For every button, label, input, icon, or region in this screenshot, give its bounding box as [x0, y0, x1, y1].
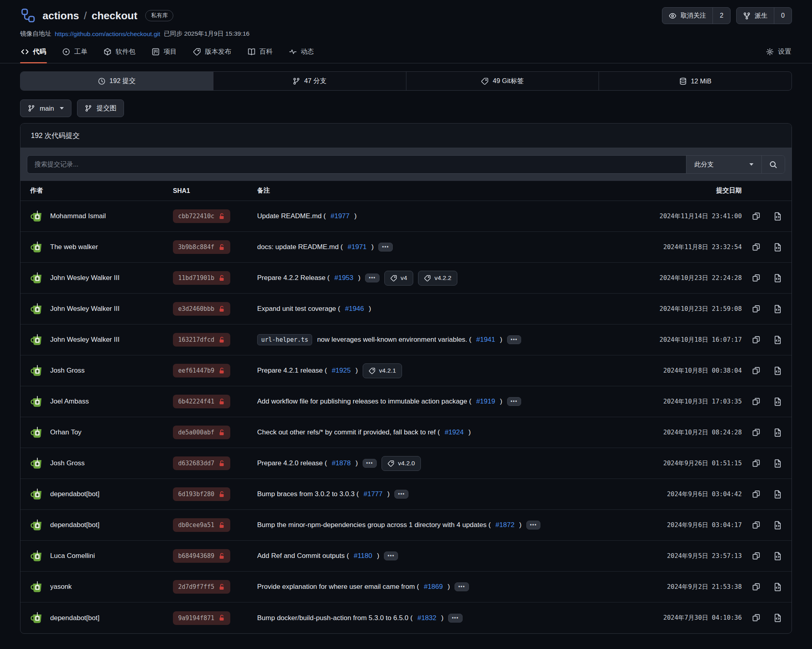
- avatar[interactable]: [30, 303, 44, 315]
- commit-issue-link[interactable]: #1953: [335, 274, 353, 282]
- commit-message-link[interactable]: Add Ref and Commit outputs (: [257, 552, 349, 560]
- commit-message-link[interactable]: Update README.md (: [257, 212, 326, 220]
- avatar[interactable]: [30, 581, 44, 593]
- stat-tags[interactable]: 49 Git标签: [406, 72, 599, 90]
- commit-graph-button[interactable]: 提交图: [77, 99, 124, 117]
- commit-issue-link[interactable]: #1971: [348, 243, 367, 251]
- expand-commit-button[interactable]: •••: [394, 490, 408, 499]
- commit-issue-link[interactable]: #1878: [332, 459, 351, 467]
- commit-message-link[interactable]: Provide explanation for where user email…: [257, 583, 419, 591]
- commit-message-link[interactable]: Bump braces from 3.0.2 to 3.0.3 (: [257, 490, 359, 498]
- commit-sha-badge[interactable]: 6b42224f41: [173, 395, 230, 408]
- copy-sha-button[interactable]: [752, 367, 761, 375]
- commit-author-link[interactable]: John Wesley Walker III: [50, 274, 120, 282]
- commit-sha-badge[interactable]: b684943689: [173, 549, 230, 563]
- browse-files-at-commit-button[interactable]: [773, 490, 782, 499]
- tab-issues[interactable]: 工单: [61, 42, 88, 63]
- commit-issue-link[interactable]: #1180: [354, 552, 372, 560]
- avatar[interactable]: [30, 457, 44, 470]
- commit-tag-button[interactable]: v4.2.0: [382, 456, 421, 471]
- repo-owner-link[interactable]: actions: [43, 10, 79, 22]
- watch-count[interactable]: 2: [713, 8, 730, 24]
- tab-packages[interactable]: 软件包: [103, 42, 136, 63]
- commit-author-link[interactable]: Mohammad Ismail: [50, 212, 106, 220]
- stat-size[interactable]: 12 MiB: [599, 72, 792, 90]
- commit-author-link[interactable]: Josh Gross: [50, 459, 85, 467]
- commit-author-link[interactable]: Joel Ambass: [50, 398, 89, 406]
- copy-sha-button[interactable]: [752, 274, 761, 282]
- copy-sha-button[interactable]: [752, 398, 761, 406]
- commit-author-link[interactable]: The web walker: [50, 243, 98, 251]
- commit-author-link[interactable]: dependabot[bot]: [50, 521, 99, 529]
- expand-commit-button[interactable]: •••: [448, 614, 462, 623]
- browse-files-at-commit-button[interactable]: [773, 336, 782, 344]
- commit-message-link[interactable]: now leverages well-known environment var…: [317, 336, 471, 344]
- commit-sha-badge[interactable]: de5a000abf: [173, 426, 230, 439]
- avatar[interactable]: [30, 519, 44, 531]
- commit-tag-button[interactable]: v4.2.1: [363, 363, 402, 378]
- commit-sha-badge[interactable]: 2d7d9f7ff5: [173, 580, 230, 594]
- browse-files-at-commit-button[interactable]: [773, 614, 782, 622]
- commit-issue-link[interactable]: #1941: [476, 336, 495, 344]
- avatar[interactable]: [30, 272, 44, 284]
- commit-issue-link[interactable]: #1924: [445, 428, 463, 436]
- commit-message-link[interactable]: Expand unit test coverage (: [257, 305, 340, 313]
- commit-author-link[interactable]: yasonk: [50, 583, 72, 591]
- fork-button[interactable]: 派生 0: [736, 7, 792, 24]
- copy-sha-button[interactable]: [752, 212, 761, 221]
- branch-selector[interactable]: main: [20, 99, 71, 117]
- commit-issue-link[interactable]: #1832: [417, 614, 436, 622]
- tab-releases[interactable]: 版本发布: [192, 42, 232, 63]
- stat-branches[interactable]: 47 分支: [213, 72, 406, 90]
- copy-sha-button[interactable]: [752, 336, 761, 344]
- browse-files-at-commit-button[interactable]: [773, 305, 782, 313]
- browse-files-at-commit-button[interactable]: [773, 398, 782, 406]
- search-commits-input[interactable]: [27, 156, 686, 173]
- browse-files-at-commit-button[interactable]: [773, 212, 782, 221]
- commit-issue-link[interactable]: #1869: [424, 583, 443, 591]
- search-button[interactable]: [761, 156, 785, 173]
- mirror-url-link[interactable]: https://github.com/actions/checkout.git: [55, 30, 160, 38]
- browse-files-at-commit-button[interactable]: [773, 583, 782, 591]
- tab-projects[interactable]: 项目: [151, 42, 178, 63]
- copy-sha-button[interactable]: [752, 490, 761, 499]
- commit-issue-link[interactable]: #1925: [332, 367, 351, 375]
- commit-sha-badge[interactable]: 9a9194f871: [173, 611, 230, 625]
- commit-message-link[interactable]: Prepare 4.2.1 release (: [257, 367, 327, 375]
- commit-message-link[interactable]: Bump docker/build-push-action from 5.3.0…: [257, 614, 412, 622]
- commit-sha-badge[interactable]: cbb722410c: [173, 209, 230, 223]
- commit-message-link[interactable]: Check out other refs/* by commit if prov…: [257, 428, 440, 436]
- copy-sha-button[interactable]: [752, 459, 761, 468]
- tab-activity[interactable]: 动态: [288, 42, 315, 63]
- tab-wiki[interactable]: 百科: [247, 42, 274, 63]
- avatar[interactable]: [30, 426, 44, 439]
- expand-commit-button[interactable]: •••: [507, 335, 521, 344]
- commit-author-link[interactable]: dependabot[bot]: [50, 614, 99, 622]
- avatar[interactable]: [30, 488, 44, 501]
- commit-author-link[interactable]: Orhan Toy: [50, 428, 81, 436]
- avatar[interactable]: [30, 395, 44, 408]
- browse-files-at-commit-button[interactable]: [773, 367, 782, 375]
- avatar[interactable]: [30, 241, 44, 254]
- commit-sha-badge[interactable]: 3b9b8c884f: [173, 240, 230, 254]
- commit-issue-link[interactable]: #1919: [476, 398, 495, 406]
- commit-author-link[interactable]: dependabot[bot]: [50, 490, 99, 498]
- commit-sha-badge[interactable]: 6d193bf280: [173, 487, 230, 501]
- commit-issue-link[interactable]: #1777: [363, 490, 382, 498]
- avatar[interactable]: [30, 365, 44, 377]
- copy-sha-button[interactable]: [752, 583, 761, 591]
- copy-sha-button[interactable]: [752, 614, 761, 622]
- commit-issue-link[interactable]: #1872: [495, 521, 514, 529]
- expand-commit-button[interactable]: •••: [526, 521, 540, 529]
- browse-files-at-commit-button[interactable]: [773, 428, 782, 437]
- commit-issue-link[interactable]: #1946: [345, 305, 364, 313]
- copy-sha-button[interactable]: [752, 552, 761, 560]
- avatar[interactable]: [30, 334, 44, 346]
- unwatch-button[interactable]: 取消关注 2: [662, 7, 731, 24]
- browse-files-at-commit-button[interactable]: [773, 459, 782, 468]
- browse-files-at-commit-button[interactable]: [773, 243, 782, 251]
- copy-sha-button[interactable]: [752, 428, 761, 437]
- expand-commit-button[interactable]: •••: [365, 274, 379, 282]
- expand-commit-button[interactable]: •••: [378, 243, 392, 251]
- browse-files-at-commit-button[interactable]: [773, 521, 782, 529]
